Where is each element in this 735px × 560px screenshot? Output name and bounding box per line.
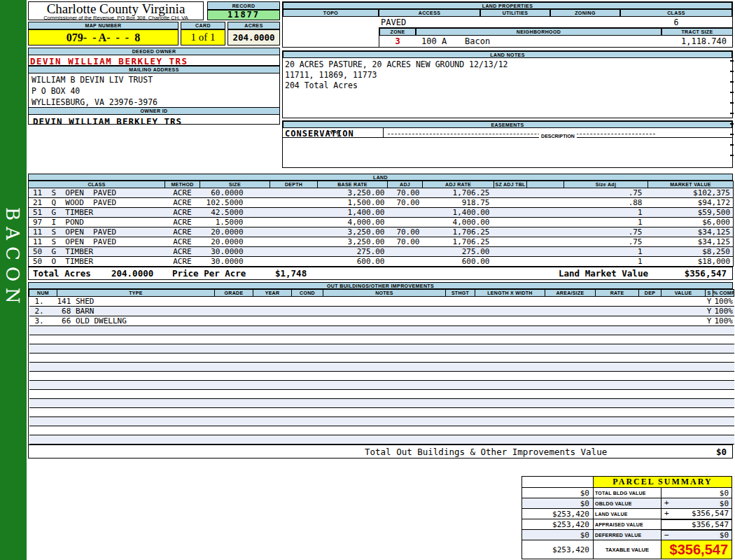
outbuilding-empty-row	[29, 326, 734, 335]
owner-id-value: DEVIN WILLIAM BERKLEY TRS	[29, 115, 279, 127]
prior-value: $0	[522, 530, 594, 540]
table-cell: 600.00	[423, 257, 494, 267]
table-cell	[446, 316, 475, 326]
table-cell	[253, 354, 292, 363]
table-cell: .88	[564, 198, 648, 208]
table-cell	[662, 390, 706, 399]
table-cell	[494, 237, 527, 247]
column-header: SIZE	[200, 181, 270, 188]
table-cell	[545, 297, 596, 307]
taxable-value-label: TAXABLE VALUE	[594, 540, 662, 559]
table-cell	[388, 257, 423, 267]
table-cell: 20.0000	[200, 227, 270, 237]
table-cell	[29, 344, 57, 354]
table-cell	[215, 372, 253, 381]
outbuilding-empty-row	[29, 408, 734, 417]
table-cell	[215, 297, 253, 307]
table-cell	[57, 344, 215, 354]
access-value: PAVED	[381, 18, 406, 27]
table-cell	[662, 344, 706, 354]
table-cell: 4,000.00	[423, 218, 494, 227]
table-cell	[706, 399, 713, 408]
table-cell	[545, 372, 596, 381]
table-cell	[270, 227, 318, 237]
table-cell	[323, 326, 446, 335]
parcel-summary-row: $253,420APPRAISED VALUE$356,547	[522, 519, 732, 530]
table-cell	[323, 390, 446, 399]
table-cell	[596, 363, 639, 372]
table-cell	[475, 335, 545, 344]
table-cell	[527, 198, 564, 208]
column-header: GRADE	[215, 290, 253, 297]
table-cell	[323, 335, 446, 344]
table-cell	[639, 381, 662, 390]
table-cell	[29, 417, 57, 426]
table-cell	[253, 307, 292, 316]
table-cell: .75	[564, 237, 648, 247]
table-cell	[215, 426, 253, 435]
table-cell: 100%	[713, 307, 734, 316]
table-cell: ACRE	[165, 227, 200, 237]
column-header: S	[706, 290, 713, 297]
table-cell: 68 BARN	[57, 307, 215, 316]
table-cell	[57, 354, 215, 363]
out-buildings-header-row: NUMTYPEGRADEYEARCONDNOTESSTHGTLENGTH X W…	[29, 290, 734, 297]
table-cell	[446, 435, 475, 444]
easement-type-value: CONSERVATION	[285, 129, 453, 139]
table-cell	[706, 417, 713, 426]
table-cell	[253, 335, 292, 344]
table-cell: 21 Q WOOD PAVED	[29, 198, 165, 208]
table-cell	[292, 426, 323, 435]
table-cell	[596, 426, 639, 435]
table-cell	[545, 344, 596, 354]
summary-label: TOTAL BLDG VALUE	[594, 488, 662, 498]
table-cell	[215, 363, 253, 372]
outbuilding-empty-row	[29, 417, 734, 426]
table-cell: 1,706.25	[423, 188, 494, 198]
table-cell: 100%	[713, 316, 734, 326]
deeded-owner-value: DEVIN WILLIAM BERKLEY TRS	[29, 55, 279, 66]
table-cell	[596, 381, 639, 390]
column-header: ADJ RATE	[423, 181, 494, 188]
table-cell: 2.	[29, 307, 57, 316]
summary-value: +$0	[662, 498, 732, 509]
topo-label: TOPO	[283, 9, 379, 17]
table-cell	[29, 363, 57, 372]
table-cell	[545, 326, 596, 335]
table-cell	[706, 354, 713, 363]
table-cell	[527, 257, 564, 267]
table-cell: 60.0000	[200, 188, 270, 198]
outbuilding-empty-row	[29, 372, 734, 381]
table-cell	[323, 344, 446, 354]
land-header-row: CLASSMETHODSIZEDEPTHBASE RATEADJADJ RATE…	[29, 181, 734, 188]
table-cell: 70.00	[388, 237, 423, 247]
table-cell	[292, 372, 323, 381]
table-cell	[292, 344, 323, 354]
table-cell: 51 G TIMBER	[29, 208, 165, 218]
tract-size-label: TRACT SIZE	[662, 28, 733, 36]
table-cell	[545, 399, 596, 408]
table-cell	[662, 335, 706, 344]
summary-label: OBLDG VALUE	[594, 498, 662, 509]
table-cell	[596, 354, 639, 363]
easements-title: EASEMENTS	[283, 121, 732, 128]
table-cell	[270, 237, 318, 247]
edge-tick-marks	[730, 60, 734, 165]
table-cell	[446, 372, 475, 381]
table-cell	[662, 354, 706, 363]
table-cell	[662, 408, 706, 417]
table-cell	[527, 227, 564, 237]
table-cell	[253, 326, 292, 335]
table-cell	[57, 326, 215, 335]
table-cell	[446, 426, 475, 435]
table-cell	[215, 335, 253, 344]
outbuilding-row: 2. 68 BARNY100%	[29, 307, 734, 316]
land-section: LAND CLASSMETHODSIZEDEPTHBASE RATEADJADJ…	[28, 174, 733, 280]
table-cell	[446, 307, 475, 316]
operator-sign: −	[664, 531, 669, 540]
table-cell	[215, 408, 253, 417]
table-cell: 1.5000	[200, 218, 270, 227]
table-cell	[292, 399, 323, 408]
table-cell	[29, 354, 57, 363]
column-header: METHOD	[165, 181, 200, 188]
